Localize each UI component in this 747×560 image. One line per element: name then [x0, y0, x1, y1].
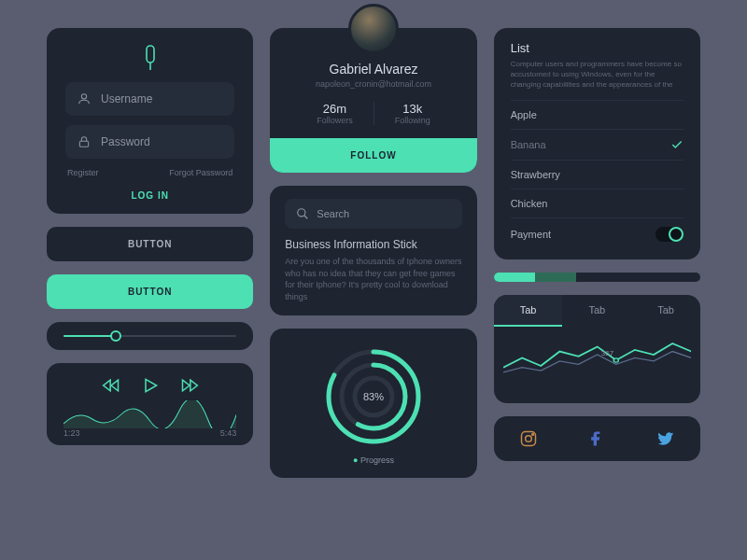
- button-accent[interactable]: BUTTON: [47, 274, 253, 309]
- tab[interactable]: Tab: [631, 295, 700, 327]
- login-button[interactable]: LOG IN: [65, 190, 234, 201]
- rewind-icon[interactable]: [102, 376, 120, 395]
- svg-point-16: [613, 357, 618, 361]
- svg-point-9: [298, 209, 305, 217]
- password-input[interactable]: Password: [65, 125, 234, 159]
- svg-marker-8: [190, 380, 197, 391]
- follow-button[interactable]: FOLLOW: [270, 138, 476, 173]
- button-dark[interactable]: BUTTON: [47, 227, 253, 261]
- search-icon: [296, 207, 309, 220]
- social-card: [494, 416, 700, 461]
- list-item[interactable]: Apple: [511, 100, 684, 129]
- player-total-time: 5:43: [220, 428, 237, 438]
- user-icon: [77, 91, 92, 106]
- svg-marker-4: [103, 380, 110, 391]
- svg-marker-5: [111, 380, 119, 391]
- svg-rect-0: [147, 46, 154, 63]
- username-input[interactable]: Username: [65, 82, 234, 116]
- svg-line-10: [304, 216, 308, 219]
- list-item[interactable]: Strawberry: [511, 160, 684, 189]
- slider-thumb[interactable]: [110, 330, 121, 342]
- avatar[interactable]: [348, 4, 399, 54]
- forgot-password-link[interactable]: Forgot Password: [169, 168, 233, 177]
- search-placeholder: Search: [317, 208, 349, 219]
- followers-stat[interactable]: 26m Followers: [296, 102, 374, 125]
- twitter-icon[interactable]: [656, 429, 675, 448]
- progress-label: Progress: [270, 455, 476, 465]
- list-description: Computer users and programmers have beco…: [511, 59, 684, 91]
- line-chart: 367: [494, 327, 700, 394]
- radial-percent: 83%: [363, 391, 384, 402]
- play-icon[interactable]: [141, 376, 160, 395]
- instagram-icon[interactable]: [519, 429, 538, 448]
- radial-progress-card: 83% Progress: [270, 329, 476, 478]
- slider[interactable]: [47, 322, 253, 350]
- login-card: Username Password Register Forgot Passwo…: [47, 28, 253, 214]
- search-card: Search Business Information Stick Are yo…: [270, 186, 476, 315]
- tabs-chart-card: Tab Tab Tab 367: [494, 295, 700, 403]
- search-input[interactable]: Search: [285, 199, 461, 229]
- radial-progress: 83%: [322, 345, 425, 448]
- forward-icon[interactable]: [180, 376, 199, 395]
- popsicle-icon: [65, 45, 234, 71]
- svg-point-19: [531, 433, 533, 435]
- username-label: Username: [101, 92, 152, 105]
- svg-marker-6: [146, 379, 157, 391]
- list-item[interactable]: Chicken: [511, 189, 684, 217]
- player-current-time: 1:23: [63, 428, 80, 438]
- chart-annotation: 367: [601, 349, 613, 357]
- list-item[interactable]: Banana: [511, 129, 684, 160]
- svg-point-2: [81, 94, 86, 99]
- check-icon: [670, 138, 684, 151]
- facebook-icon[interactable]: [587, 429, 606, 448]
- following-stat[interactable]: 13k Following: [374, 102, 451, 125]
- tab[interactable]: Tab: [494, 295, 563, 327]
- profile-name: Gabriel Alvarez: [270, 62, 476, 77]
- register-link[interactable]: Register: [67, 168, 99, 177]
- list-title: List: [511, 41, 684, 55]
- payment-row: Payment: [511, 217, 684, 250]
- payment-toggle[interactable]: [655, 227, 684, 242]
- svg-marker-7: [182, 380, 190, 391]
- profile-email: napoleon_cronin@hotmail.com: [270, 79, 476, 89]
- payment-label: Payment: [511, 229, 551, 240]
- lock-icon: [77, 134, 92, 149]
- svg-rect-3: [79, 141, 88, 147]
- waveform[interactable]: [63, 400, 236, 428]
- svg-point-18: [525, 435, 531, 441]
- list-card: List Computer users and programmers have…: [494, 28, 700, 259]
- tab[interactable]: Tab: [562, 295, 631, 327]
- progress-bar[interactable]: [494, 273, 700, 282]
- password-label: Password: [101, 135, 150, 148]
- media-player: 1:23 5:43: [47, 363, 253, 445]
- profile-card: Gabriel Alvarez napoleon_cronin@hotmail.…: [270, 28, 476, 173]
- info-body: Are you one of the thousands of Iphone o…: [285, 256, 461, 302]
- info-title: Business Information Stick: [285, 238, 461, 251]
